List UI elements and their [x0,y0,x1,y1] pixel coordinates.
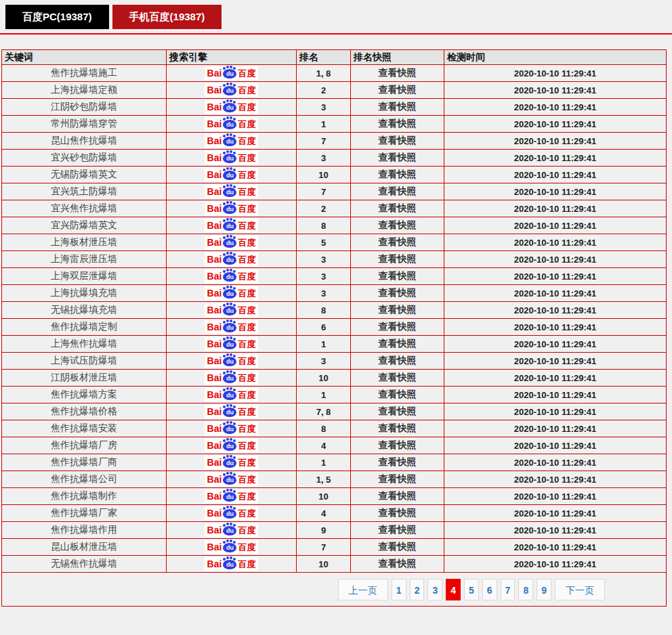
table-row: 上海试压防爆墙 Baidu百度 3 查看快照 2020-10-10 11:29:… [2,353,667,370]
rank-cell: 2 [297,82,351,99]
pagination-page-button[interactable]: 3 [427,579,442,600]
view-snapshot-link[interactable]: 查看快照 [351,65,444,82]
baidu-paw-icon: du [223,221,236,231]
view-snapshot-link[interactable]: 查看快照 [351,116,444,133]
keyword-cell: 焦作抗爆墙价格 [2,403,167,420]
rank-cell: 4 [297,437,351,454]
rank-cell: 3 [297,99,351,116]
table-row: 宜兴筑土防爆墙 Baidu百度 7 查看快照 2020-10-10 11:29:… [2,183,667,200]
keyword-cell: 焦作抗爆墙定制 [2,319,167,336]
keyword-cell: 焦作抗爆墙厂商 [2,454,167,471]
pagination-prev-button[interactable]: 上一页 [338,579,388,600]
keyword-cell: 上海雷辰泄压墙 [2,251,167,268]
keyword-cell: 昆山板材泄压墙 [2,539,167,556]
tab-mobile-baidu[interactable]: 手机百度(19387) [112,5,222,29]
baidu-paw-icon: du [223,188,236,197]
pagination-page-button[interactable]: 6 [482,579,497,600]
baidu-logo: Baidu百度 [205,66,259,80]
view-snapshot-link[interactable]: 查看快照 [351,556,444,573]
keyword-cell: 宜兴筑土防爆墙 [2,183,167,200]
check-time-cell: 2020-10-10 11:29:41 [444,488,667,505]
pagination-page-button[interactable]: 5 [464,579,479,600]
rank-cell: 9 [297,522,351,539]
tab-baidu-pc[interactable]: 百度PC(19387) [5,5,109,29]
baidu-paw-icon: du [223,120,236,129]
table-row: 无锡抗爆填充墙 Baidu百度 8 查看快照 2020-10-10 11:29:… [2,302,667,319]
view-snapshot-link[interactable]: 查看快照 [351,150,444,167]
pagination-page-button[interactable]: 7 [501,579,516,600]
pagination-page-button[interactable]: 2 [410,579,425,600]
view-snapshot-link[interactable]: 查看快照 [351,133,444,150]
baidu-logo-cn-text: 百度 [238,238,255,247]
view-snapshot-link[interactable]: 查看快照 [351,336,444,353]
baidu-logo-bai-text: Bai [207,373,222,382]
baidu-paw-icon: du [223,408,236,417]
baidu-logo-bai-text: Bai [207,458,222,467]
view-snapshot-link[interactable]: 查看快照 [351,454,444,471]
table-row: 焦作抗爆墙定制 Baidu百度 6 查看快照 2020-10-10 11:29:… [2,319,667,336]
baidu-logo-bai-text: Bai [207,85,222,95]
view-snapshot-link[interactable]: 查看快照 [351,82,444,99]
view-snapshot-link[interactable]: 查看快照 [351,268,444,285]
baidu-logo: Baidu百度 [205,540,259,554]
view-snapshot-link[interactable]: 查看快照 [351,234,444,251]
table-row: 上海焦作抗爆墙 Baidu百度 1 查看快照 2020-10-10 11:29:… [2,336,667,353]
table-body: 焦作抗爆墙施工 Baidu百度 1, 8 查看快照 2020-10-10 11:… [2,65,667,573]
view-snapshot-link[interactable]: 查看快照 [351,217,444,234]
rank-cell: 8 [297,217,351,234]
engine-cell: Baidu百度 [167,183,297,200]
pagination-row: 上一页 123456789下一页 [2,573,667,607]
view-snapshot-link[interactable]: 查看快照 [351,302,444,319]
rank-cell: 7 [297,133,351,150]
view-snapshot-link[interactable]: 查看快照 [351,99,444,116]
check-time-cell: 2020-10-10 11:29:41 [444,251,667,268]
view-snapshot-link[interactable]: 查看快照 [351,437,444,454]
engine-cell: Baidu百度 [167,200,297,217]
table-row: 无锡防爆墙英文 Baidu百度 10 查看快照 2020-10-10 11:29… [2,167,667,183]
view-snapshot-link[interactable]: 查看快照 [351,167,444,183]
rank-cell: 7, 8 [297,403,351,420]
baidu-logo-bai-text: Bai [207,305,222,315]
check-time-cell: 2020-10-10 11:29:41 [444,133,667,150]
keyword-cell: 江阴板材泄压墙 [2,370,167,387]
view-snapshot-link[interactable]: 查看快照 [351,285,444,302]
pagination-page-button[interactable]: 1 [392,579,406,600]
table-row: 上海雷辰泄压墙 Baidu百度 3 查看快照 2020-10-10 11:29:… [2,251,667,268]
view-snapshot-link[interactable]: 查看快照 [351,353,444,370]
view-snapshot-link[interactable]: 查看快照 [351,251,444,268]
pagination-page-active[interactable]: 4 [446,579,461,600]
rank-cell: 10 [297,370,351,387]
view-snapshot-link[interactable]: 查看快照 [351,420,444,437]
check-time-cell: 2020-10-10 11:29:41 [444,403,667,420]
view-snapshot-link[interactable]: 查看快照 [351,505,444,522]
pagination-page-button[interactable]: 9 [537,579,551,600]
view-snapshot-link[interactable]: 查看快照 [351,522,444,539]
check-time-cell: 2020-10-10 11:29:41 [444,336,667,353]
view-snapshot-link[interactable]: 查看快照 [351,200,444,217]
view-snapshot-link[interactable]: 查看快照 [351,183,444,200]
table-row: 焦作抗爆墙厂房 Baidu百度 4 查看快照 2020-10-10 11:29:… [2,437,667,454]
pagination-page-button[interactable]: 8 [518,579,533,600]
view-snapshot-link[interactable]: 查看快照 [351,370,444,387]
baidu-logo-cn-text: 百度 [238,171,255,179]
view-snapshot-link[interactable]: 查看快照 [351,387,444,403]
baidu-logo: Baidu百度 [205,473,259,486]
baidu-logo: Baidu百度 [205,456,259,469]
view-snapshot-link[interactable]: 查看快照 [351,488,444,505]
view-snapshot-link[interactable]: 查看快照 [351,539,444,556]
engine-cell: Baidu百度 [167,234,297,251]
keyword-cell: 焦作抗爆墙作用 [2,522,167,539]
table-row: 常州防爆墙穿管 Baidu百度 1 查看快照 2020-10-10 11:29:… [2,116,667,133]
baidu-paw-icon: du [223,543,236,552]
keyword-cell: 焦作抗爆墙方案 [2,387,167,403]
engine-cell: Baidu百度 [167,370,297,387]
keyword-cell: 焦作抗爆墙施工 [2,65,167,82]
view-snapshot-link[interactable]: 查看快照 [351,471,444,488]
baidu-paw-icon: du [223,475,236,485]
view-snapshot-link[interactable]: 查看快照 [351,319,444,336]
baidu-logo-cn-text: 百度 [238,458,255,467]
baidu-paw-icon: du [223,238,236,248]
pagination-next-button[interactable]: 下一页 [555,579,605,600]
baidu-logo: Baidu百度 [205,83,259,97]
view-snapshot-link[interactable]: 查看快照 [351,403,444,420]
